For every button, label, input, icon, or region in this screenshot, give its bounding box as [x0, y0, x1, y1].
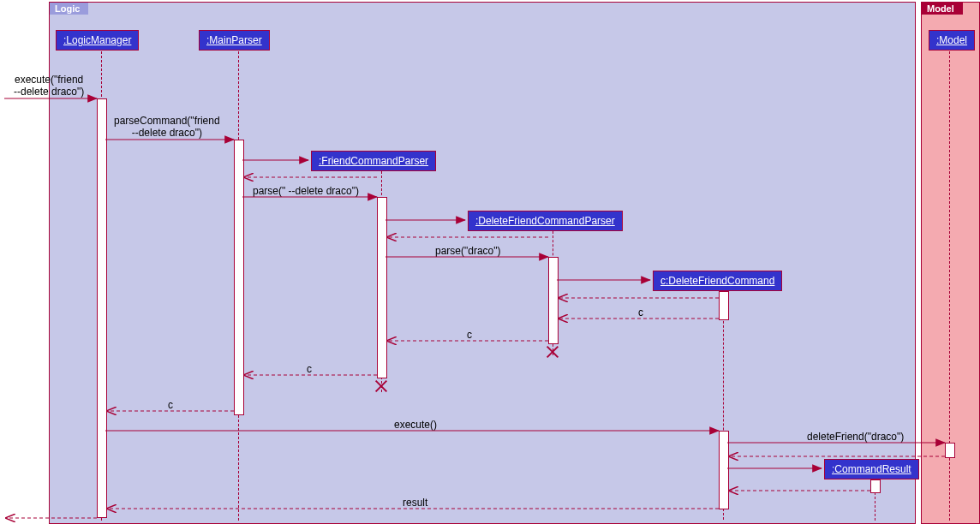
model-frame-title: Model	[922, 3, 963, 15]
object-command-result: :CommandResult	[824, 459, 919, 479]
destroy-icon	[547, 346, 559, 358]
object-model: :Model	[929, 30, 975, 51]
activation-logic-manager	[97, 98, 107, 518]
msg-delete-friend: deleteFriend("draco")	[807, 431, 904, 443]
msg-execute: execute()	[394, 419, 437, 431]
activation-delete-friend-cmd-2	[719, 431, 729, 509]
msg-result: result	[403, 497, 427, 509]
msg-parse-2: parse("draco")	[435, 245, 501, 257]
activation-command-result	[870, 479, 881, 493]
activation-delete-friend-cmd-1	[719, 291, 729, 320]
activation-friend-cmd-parser	[377, 197, 387, 378]
object-logic-manager: :LogicManager	[56, 30, 139, 51]
msg-return-c-4: c	[168, 399, 173, 411]
object-main-parser: :MainParser	[199, 30, 270, 51]
destroy-icon	[375, 380, 387, 392]
sequence-diagram: Logic Model :LogicManager :MainParser :F…	[0, 0, 980, 524]
activation-model	[945, 443, 955, 458]
msg-return-c-1: c	[638, 307, 643, 319]
object-delete-friend-cmd: c:DeleteFriendCommand	[653, 271, 782, 291]
logic-frame-title: Logic	[50, 3, 88, 15]
msg-return-c-2: c	[467, 329, 472, 341]
object-delete-friend-cmd-parser: :DeleteFriendCommandParser	[468, 211, 623, 231]
msg-return-c-3: c	[307, 363, 312, 375]
msg-execute-in: execute("friend --delete draco")	[14, 74, 84, 98]
msg-parse-1: parse(" --delete draco")	[253, 185, 359, 197]
activation-delete-friend-cmd-parser	[548, 257, 559, 344]
activation-main-parser	[234, 140, 244, 415]
object-friend-cmd-parser: :FriendCommandParser	[311, 151, 436, 171]
logic-frame: Logic	[49, 2, 916, 524]
msg-parse-command: parseCommand("friend --delete draco")	[114, 115, 220, 139]
